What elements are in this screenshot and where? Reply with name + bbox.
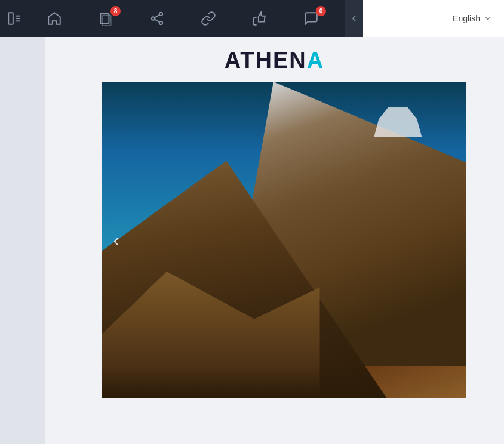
sidebar-icon [7,11,22,26]
home-icon [47,11,62,26]
left-sidebar [0,0,45,444]
svg-point-6 [159,13,162,16]
nav-item-link[interactable] [183,0,234,37]
svg-rect-0 [8,13,13,24]
svg-line-9 [155,15,159,18]
nav-item-home[interactable] [29,0,80,37]
mountain-background [102,82,466,398]
main-nav: 8 [29,0,345,37]
nav-item-like[interactable] [234,0,285,37]
carousel-prev-button[interactable]: ‹ [113,229,120,251]
nav-item-files[interactable]: 8 [80,0,131,37]
nav-item-chat[interactable]: 0 [285,0,337,37]
nav-item-share[interactable] [131,0,183,37]
language-bar: English [363,0,504,37]
logo-accent: A [307,48,324,73]
svg-point-7 [152,17,155,20]
language-selector[interactable]: English [453,14,492,23]
top-navbar: 8 [0,0,363,37]
logo-main: ATHEN [225,48,307,73]
share-icon [149,11,165,26]
svg-line-10 [155,19,159,22]
hero-image-area: ‹ [102,82,466,398]
like-icon [252,11,268,26]
logo: ATHENA [225,48,325,73]
chat-badge: 0 [316,6,326,16]
logo-area: ATHENA [45,37,504,82]
svg-point-8 [159,21,162,24]
language-label: English [453,14,480,23]
main-content: ATHENA ‹ [45,37,504,444]
files-badge: 8 [110,6,121,16]
topbar-collapse-button[interactable] [345,0,363,37]
chevron-down-icon [484,14,492,23]
hero-image: ‹ [102,82,466,398]
chevron-left-icon [349,13,359,24]
sidebar-toggle-button[interactable] [0,0,29,37]
link-icon [201,11,216,26]
